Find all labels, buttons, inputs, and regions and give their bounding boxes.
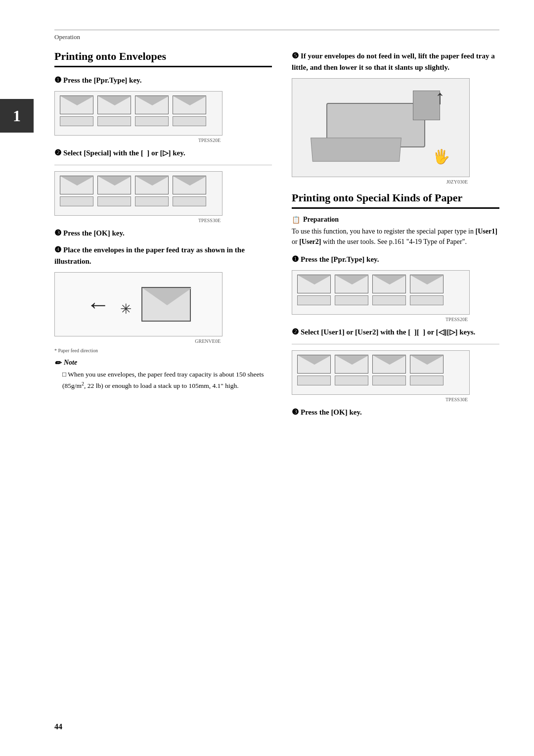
prep-title-text: Preparation — [303, 216, 339, 224]
tray-label-3: TPESS20E — [292, 317, 470, 322]
prep-title: 📋 Preparation — [292, 216, 499, 224]
env-rect-8 — [173, 196, 206, 206]
envelope-15 — [372, 355, 406, 374]
envelope-row-5 — [292, 271, 469, 293]
env-rect-6 — [97, 196, 131, 206]
s2-step1-num: ❶ — [292, 255, 301, 263]
envelope-3 — [135, 95, 169, 114]
prep-text: To use this function, you have to regist… — [292, 226, 499, 247]
envelope-10 — [335, 275, 368, 293]
env-rect-13 — [297, 376, 331, 385]
envelope-row-3 — [55, 172, 222, 194]
note-icon: ✏ — [54, 358, 61, 368]
env-rect-2 — [97, 116, 131, 126]
user1-text: [User1] — [475, 228, 497, 235]
envelope-12 — [410, 275, 444, 293]
envelope-1 — [60, 95, 93, 114]
env-rect-5 — [60, 196, 93, 206]
preparation-box: 📋 Preparation To use this function, you … — [292, 216, 499, 247]
env-rect-4 — [173, 116, 206, 126]
env-rect-10 — [335, 295, 368, 305]
asterisk-note: * Paper feed direction — [54, 348, 222, 353]
section1-title: Printing onto Envelopes — [54, 50, 272, 67]
step3-num: ❸ — [54, 229, 63, 237]
up-arrow-icon: ↑ — [435, 86, 445, 109]
left-column: Printing onto Envelopes ❶ Press the [Ppr… — [54, 50, 272, 423]
right-column: ❺ If your envelopes do not feed in well,… — [292, 50, 499, 423]
section2-step2: ❷ Select [User1] or [User2] with the [ ]… — [292, 326, 499, 338]
envelope-tray-illustration-1 — [54, 91, 222, 136]
tray-label-2: TPESS30E — [54, 218, 222, 223]
left-arrow-icon: ← — [87, 292, 110, 316]
printer-ill-label: J0ZY030E — [292, 179, 470, 185]
envelope-2 — [97, 95, 131, 114]
section2-step1: ❶ Press the [Ppr.Type] key. — [292, 253, 499, 265]
s2-step1-text: Press the [Ppr.Type] key. — [301, 255, 379, 263]
envelope-8 — [173, 176, 206, 194]
envelope-11 — [372, 275, 406, 293]
chapter-tab: 1 — [0, 99, 34, 133]
step5-text: If your envelopes do not feed in well, l… — [292, 52, 495, 71]
s2-step3-num: ❸ — [292, 408, 301, 416]
step4: ❹ Place the envelopes in the paper feed … — [54, 244, 272, 267]
note-text: □ When you use envelopes, the paper feed… — [54, 370, 272, 391]
step1-num: ❶ — [54, 76, 63, 84]
section2-title: Printing onto Special Kinds of Paper — [292, 191, 499, 209]
note-bullet: □ When you use envelopes, the paper feed… — [62, 370, 272, 391]
step3-text: Press the [OK] key. — [63, 229, 125, 237]
step1-text: Press the [Ppr.Type] key. — [63, 76, 141, 84]
envelope-row-1 — [55, 92, 222, 114]
step2-text: Select [Special] with the [ ] or [▷] key… — [63, 149, 185, 157]
s2-step2-text: Select [User1] or [User2] with the [ ][ … — [301, 328, 475, 336]
s2-step3-text: Press the [OK] key. — [301, 408, 362, 416]
step4-num: ❹ — [54, 245, 63, 254]
envelope-row-7 — [292, 351, 469, 374]
note-title-text: Note — [64, 359, 77, 367]
envelope-shape — [141, 287, 191, 322]
page-number: 44 — [54, 722, 62, 731]
note-content: When you use envelopes, the paper feed t… — [62, 371, 264, 389]
tray-label-4: TPESS30E — [292, 397, 470, 402]
page: Operation 1 Printing onto Envelopes ❶ Pr… — [0, 0, 534, 756]
envelope-tray-illustration-2 — [54, 171, 222, 216]
step3: ❸ Press the [OK] key. — [54, 227, 272, 239]
env-rect-3 — [135, 116, 169, 126]
envelope-5 — [60, 176, 93, 194]
user2-text: [User2] — [299, 238, 321, 245]
step1: ❶ Press the [Ppr.Type] key. — [54, 74, 272, 86]
two-column-layout: Printing onto Envelopes ❶ Press the [Ppr… — [54, 50, 499, 423]
env-rect-9 — [297, 295, 331, 305]
prep-icon: 📋 — [292, 216, 300, 224]
envelope-tray-illustration-3 — [292, 270, 470, 315]
arrow-illustration: ← ✳ — [54, 272, 222, 336]
s2-step2-num: ❷ — [292, 328, 301, 336]
ill-label-step4: GRENVE0E — [54, 338, 222, 344]
step5: ❺ If your envelopes do not feed in well,… — [292, 50, 499, 73]
env-rect-11 — [372, 295, 406, 305]
env-rect-1 — [60, 116, 93, 126]
step5-num: ❺ — [292, 51, 301, 60]
note-title: ✏ Note — [54, 358, 272, 368]
breadcrumb: Operation — [54, 33, 499, 41]
tray-label-1: TPESS20E — [54, 138, 222, 143]
env-rect-12 — [410, 295, 444, 305]
envelope-row-6 — [292, 293, 469, 305]
envelope-16 — [410, 355, 444, 374]
divider-right-1 — [292, 344, 499, 344]
envelope-6 — [97, 176, 131, 194]
printer-diagram: ↑ 🖐 — [312, 88, 450, 167]
envelope-4 — [173, 95, 206, 114]
envelope-7 — [135, 176, 169, 194]
step2-num: ❷ — [54, 148, 63, 157]
note-section: ✏ Note □ When you use envelopes, the pap… — [54, 358, 272, 391]
envelope-row-4 — [55, 194, 222, 206]
step2: ❷ Select [Special] with the [ ] or [▷] k… — [54, 147, 272, 159]
envelope-13 — [297, 355, 331, 374]
env-rect-14 — [335, 376, 368, 385]
hand-icon: 🖐 — [433, 148, 450, 165]
env-rect-16 — [410, 376, 444, 385]
top-rule — [54, 30, 499, 30]
divider-1 — [54, 165, 272, 165]
step4-text: Place the envelopes in the paper feed tr… — [54, 246, 245, 265]
envelope-14 — [335, 355, 368, 374]
